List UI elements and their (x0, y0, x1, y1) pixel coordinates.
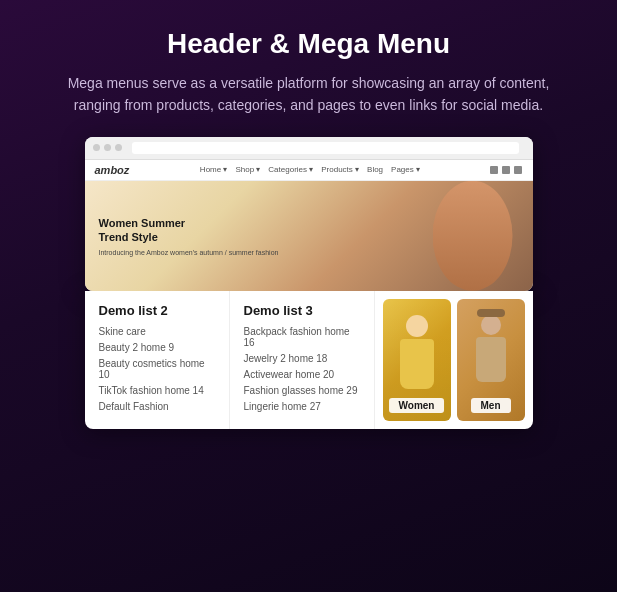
browser-bar (85, 137, 533, 160)
list-item[interactable]: Jewelry 2 home 18 (244, 353, 360, 364)
list-item[interactable]: Backpack fashion home 16 (244, 326, 360, 348)
browser-url-bar (132, 142, 519, 154)
list-item[interactable]: Default Fashion (99, 401, 215, 412)
list-item[interactable]: Activewear home 20 (244, 369, 360, 380)
thumbnails-col: Women Men (375, 291, 533, 429)
hero-subtitle: Introducing the Amboz women's autumn / s… (99, 249, 279, 256)
nav-pages[interactable]: Pages ▾ (391, 165, 420, 174)
browser-dot-2 (104, 144, 111, 151)
nav-shop[interactable]: Shop ▾ (235, 165, 260, 174)
browser-dot-3 (115, 144, 122, 151)
women-thumbnail[interactable]: Women (383, 299, 451, 421)
section-description: Mega menus serve as a versatile platform… (59, 72, 559, 117)
list-item[interactable]: Lingerie home 27 (244, 401, 360, 412)
browser-logo: amboz (95, 164, 130, 176)
men-thumbnail[interactable]: Men (457, 299, 525, 421)
nav-categories[interactable]: Categories ▾ (268, 165, 313, 174)
bottom-panel: Demo list 2 Skine care Beauty 2 home 9 B… (85, 291, 533, 429)
men-label: Men (471, 398, 511, 413)
nav-blog[interactable]: Blog (367, 165, 383, 174)
women-shape (387, 315, 447, 405)
browser-nav: amboz Home ▾ Shop ▾ Categories ▾ Product… (85, 160, 533, 181)
nav-products[interactable]: Products ▾ (321, 165, 359, 174)
list-item[interactable]: Beauty cosmetics home 10 (99, 358, 215, 380)
women-head (406, 315, 428, 337)
browser-icons (490, 166, 522, 174)
demo-list-3: Backpack fashion home 16 Jewelry 2 home … (244, 326, 360, 412)
hero-text: Women SummerTrend Style Introducing the … (99, 216, 279, 256)
men-body (476, 337, 506, 382)
list-item[interactable]: TikTok fashion home 14 (99, 385, 215, 396)
nav-home[interactable]: Home ▾ (200, 165, 228, 174)
list-item[interactable]: Skine care (99, 326, 215, 337)
demo-list-3-col: Demo list 3 Backpack fashion home 16 Jew… (230, 291, 375, 429)
demo-list-2: Skine care Beauty 2 home 9 Beauty cosmet… (99, 326, 215, 412)
page-wrapper: Header & Mega Menu Mega menus serve as a… (0, 0, 617, 592)
men-hat (477, 309, 505, 317)
hero-title: Women SummerTrend Style (99, 216, 279, 245)
browser-nav-links: Home ▾ Shop ▾ Categories ▾ Products ▾ Bl… (200, 165, 420, 174)
men-shape (461, 315, 521, 405)
list-item[interactable]: Fashion glasses home 29 (244, 385, 360, 396)
demo-list-2-col: Demo list 2 Skine care Beauty 2 home 9 B… (85, 291, 230, 429)
men-head (481, 315, 501, 335)
search-icon[interactable] (490, 166, 498, 174)
women-label: Women (389, 398, 445, 413)
hero-figure (433, 181, 513, 291)
hero-section: Women SummerTrend Style Introducing the … (85, 181, 533, 291)
women-body (400, 339, 434, 389)
demo-list-3-title: Demo list 3 (244, 303, 360, 318)
section-title: Header & Mega Menu (167, 28, 450, 60)
browser-mockup: amboz Home ▾ Shop ▾ Categories ▾ Product… (85, 137, 533, 291)
cart-icon[interactable] (514, 166, 522, 174)
browser-dot-1 (93, 144, 100, 151)
list-item[interactable]: Beauty 2 home 9 (99, 342, 215, 353)
demo-list-2-title: Demo list 2 (99, 303, 215, 318)
user-icon[interactable] (502, 166, 510, 174)
